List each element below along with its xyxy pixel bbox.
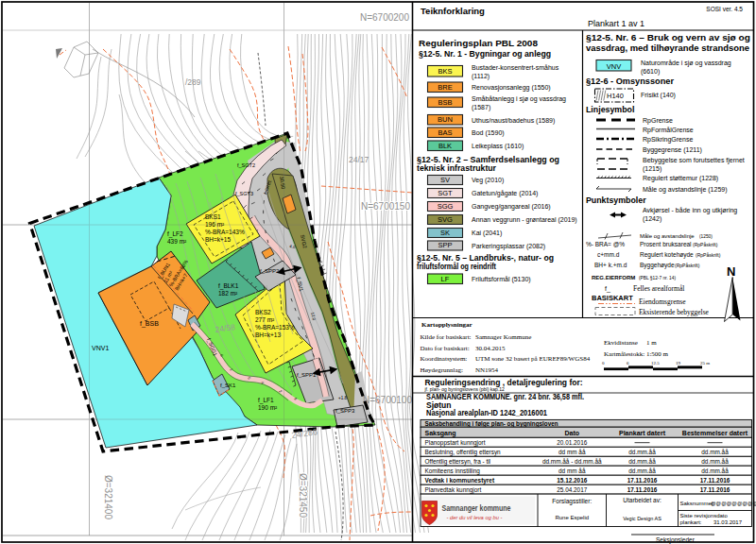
svg-text:plankart:: plankart: bbox=[680, 519, 702, 525]
svg-text:LF: LF bbox=[441, 275, 450, 283]
svg-text:(1112): (1112) bbox=[472, 73, 490, 80]
svg-text:SK: SK bbox=[440, 229, 450, 237]
svg-text:§12-5. Nr. 5 – Landbruks-, nat: §12-5. Nr. 5 – Landbruks-, natur- og bbox=[417, 253, 554, 263]
svg-text:Punktsymboler: Punktsymboler bbox=[586, 196, 646, 205]
svg-text:@@@@@@@@@: @@@@@@@@@ bbox=[711, 501, 756, 506]
svg-text:BUN: BUN bbox=[438, 115, 453, 124]
svg-text:Regulert støttemur (1228): Regulert støttemur (1228) bbox=[643, 175, 718, 182]
svg-text:§12-6 - Omsynssoner: §12-6 - Omsynssoner bbox=[586, 76, 675, 86]
svg-text:(PBL §12-7 nr. 14): (PBL §12-7 nr. 14) bbox=[639, 276, 676, 280]
svg-text:Parkeringsplassar (2082): Parkeringsplassar (2082) bbox=[472, 243, 545, 250]
svg-text:17.11.2016: 17.11.2016 bbox=[627, 477, 658, 484]
svg-text:REG.EIERFORM: REG.EIERFORM bbox=[592, 275, 635, 280]
svg-text:BRE: BRE bbox=[438, 83, 452, 92]
svg-text:Leikeplass (1610): Leikeplass (1610) bbox=[472, 143, 524, 150]
svg-text:17.11.2016: 17.11.2016 bbox=[700, 477, 730, 484]
svg-text:1 m: 1 m bbox=[646, 339, 657, 347]
svg-text:Frisikt (140): Frisikt (140) bbox=[641, 92, 676, 99]
svg-text:Linjesymbol: Linjesymbol bbox=[586, 105, 634, 114]
svg-text:Koordinatsystem:: Koordinatsystem: bbox=[421, 355, 468, 363]
svg-text:SPP: SPP bbox=[438, 241, 452, 249]
svg-text:SOSI ver. 4.5: SOSI ver. 4.5 bbox=[706, 6, 743, 12]
svg-text:Friluftsformål (5130): Friluftsformål (5130) bbox=[472, 276, 531, 283]
svg-text:Siste revisjonsdato: Siste revisjonsdato bbox=[680, 513, 729, 518]
svg-text:Regulert kotehøyde: Regulert kotehøyde bbox=[640, 251, 694, 259]
svg-text:BLK: BLK bbox=[438, 142, 452, 150]
svg-text:30.04.2015: 30.04.2015 bbox=[475, 345, 506, 352]
svg-text:15.12.2016: 15.12.2016 bbox=[557, 477, 587, 484]
svg-text:f_BLK1: f_BLK1 bbox=[218, 282, 239, 290]
svg-text:vassdrag, med tilhøyrande stra: vassdrag, med tilhøyrande strandsone bbox=[586, 43, 749, 53]
svg-text:RpGrense: RpGrense bbox=[643, 117, 673, 125]
svg-text:Høydegrunnlag:: Høydegrunnlag: bbox=[421, 366, 464, 374]
svg-text:Plankart datert: Plankart datert bbox=[619, 430, 666, 436]
svg-text:Rune Espelid: Rune Espelid bbox=[555, 515, 589, 520]
svg-text:BKS2: BKS2 bbox=[255, 309, 271, 315]
svg-text:f_SGT3: f_SGT3 bbox=[235, 191, 253, 196]
svg-text:c+mm.d: c+mm.d bbox=[597, 251, 620, 258]
svg-text:N=6700200: N=6700200 bbox=[360, 12, 409, 23]
svg-text:teknisk infrastruktur: teknisk infrastruktur bbox=[417, 163, 497, 173]
svg-text:Kartopplysningar: Kartopplysningar bbox=[421, 321, 472, 329]
svg-text:20.01.2016: 20.01.2016 bbox=[557, 439, 587, 446]
svg-text:(RpPåskrift): (RpPåskrift) bbox=[693, 242, 718, 247]
svg-text:dd.mm.åå: dd.mm.åå bbox=[628, 458, 656, 465]
svg-text:(6610): (6610) bbox=[641, 68, 660, 76]
svg-text:RpFormålGrense: RpFormålGrense bbox=[643, 127, 694, 134]
svg-text:SV: SV bbox=[440, 176, 450, 184]
svg-text:Byggehøyde: Byggehøyde bbox=[640, 262, 675, 269]
svg-text:(RpPåskrift): (RpPåskrift) bbox=[675, 263, 700, 268]
svg-text:BKS1: BKS1 bbox=[205, 213, 221, 220]
svg-text:%-BRA=153%: %-BRA=153% bbox=[255, 324, 295, 331]
svg-text:(1215): (1215) bbox=[643, 165, 662, 173]
svg-text:dd.mm.åå - dd.mm.åå: dd.mm.åå - dd.mm.åå bbox=[542, 458, 602, 465]
svg-text:Bustader-konsentrert-småhus: Bustader-konsentrert-småhus bbox=[472, 64, 559, 71]
svg-text:Ø=321450: Ø=321450 bbox=[298, 473, 308, 518]
svg-text:25.04.2017: 25.04.2017 bbox=[557, 486, 587, 493]
svg-text:dd.mm.åå: dd.mm.åå bbox=[701, 458, 729, 465]
svg-text:Eiendomsgrense: Eiendomsgrense bbox=[639, 298, 686, 306]
svg-text:RpSikringGrense: RpSikringGrense bbox=[643, 136, 693, 144]
svg-text:Renovasjonsanlegg (1550): Renovasjonsanlegg (1550) bbox=[472, 84, 551, 92]
svg-text:19: 19 bbox=[676, 361, 681, 366]
svg-text:N: N bbox=[727, 264, 735, 279]
svg-text:§12-5. Nr. 2 – Samferdselsanle: §12-5. Nr. 2 – Samferdselsanlegg og bbox=[417, 155, 559, 164]
svg-text:UTM sone 32 basert på EUREF89/: UTM sone 32 basert på EUREF89/WGS84 bbox=[475, 355, 591, 363]
svg-text:BKS: BKS bbox=[438, 67, 452, 76]
svg-text:Måle og avstandslinje (1259): Måle og avstandslinje (1259) bbox=[643, 186, 728, 194]
svg-text:Reguleringsplan PBL 2008: Reguleringsplan PBL 2008 bbox=[419, 38, 538, 48]
svg-text:Uthus/naust/badehus (1589): Uthus/naust/badehus (1589) bbox=[472, 117, 555, 125]
svg-text:Kartmålestokk: 1:500 m: Kartmålestokk: 1:500 m bbox=[604, 350, 669, 358]
svg-text:VNV: VNV bbox=[607, 62, 621, 71]
svg-text:(RpPåskrift): (RpPåskrift) bbox=[696, 252, 721, 258]
svg-text:BSB: BSB bbox=[438, 98, 452, 107]
svg-text:BH=k+13: BH=k+13 bbox=[255, 332, 281, 338]
svg-text:Beslutning, offentlig ettersyn: Beslutning, offentlig ettersyn bbox=[425, 449, 502, 456]
svg-text:BASISKART: BASISKART bbox=[592, 294, 633, 302]
svg-text:Vegic Design AS: Vegic Design AS bbox=[623, 516, 662, 521]
svg-text:§12-5. Nr. 6 – Bruk og vern av: §12-5. Nr. 6 – Bruk og vern av sjø og bbox=[586, 33, 750, 42]
svg-text:f_SPP3: f_SPP3 bbox=[335, 408, 355, 414]
svg-text:N=6700100: N=6700100 bbox=[363, 395, 412, 405]
svg-text:N=6700150: N=6700150 bbox=[361, 201, 410, 212]
svg-text:NN1954: NN1954 bbox=[475, 366, 499, 374]
svg-text:SVG: SVG bbox=[438, 215, 453, 224]
svg-text:dd.mm.åå: dd.mm.åå bbox=[628, 468, 656, 474]
svg-text:Byggegrense (1211): Byggegrense (1211) bbox=[643, 146, 702, 154]
svg-text:Kai (2041): Kai (2041) bbox=[472, 230, 502, 237]
svg-text:Teiknforklaring: Teiknforklaring bbox=[421, 6, 485, 16]
svg-text:%-BRA=143%: %-BRA=143% bbox=[205, 229, 245, 235]
svg-text:Saksgang: Saksgang bbox=[425, 430, 456, 437]
svg-text:f_BSB: f_BSB bbox=[140, 320, 159, 328]
svg-text:Prosent bruksareal: Prosent bruksareal bbox=[640, 241, 692, 247]
svg-text:Ø=321400: Ø=321400 bbox=[103, 475, 113, 519]
svg-text:Bebyggelse som forutsettes fje: Bebyggelse som forutsettes fjernet bbox=[643, 157, 745, 164]
svg-text:Utarbeidet av:: Utarbeidet av: bbox=[623, 497, 662, 503]
svg-text:Måle og avstandslinje: Måle og avstandslinje bbox=[640, 233, 695, 239]
svg-text:(1250): (1250) bbox=[699, 234, 713, 239]
svg-text:Samnager Kommune: Samnager Kommune bbox=[475, 333, 531, 341]
svg-text:190 m²: 190 m² bbox=[258, 404, 278, 411]
svg-text:f_LF2: f_LF2 bbox=[167, 230, 183, 238]
svg-text:Nasjonal arealplan-ID 1242_201: Nasjonal arealplan-ID 1242_2016001 bbox=[426, 408, 547, 417]
svg-text:Planvedtak kunngjort: Planvedtak kunngjort bbox=[425, 486, 482, 494]
